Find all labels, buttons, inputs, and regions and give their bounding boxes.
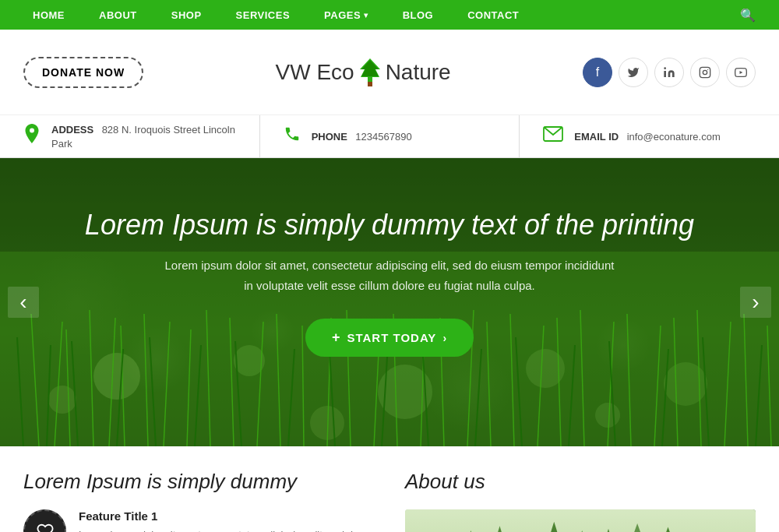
hero-next-button[interactable]: ›: [740, 287, 771, 318]
instagram-icon[interactable]: [690, 58, 720, 87]
start-today-button[interactable]: + START TODAY ›: [305, 319, 474, 357]
search-icon[interactable]: 🔍: [732, 8, 763, 23]
feature-icon: [23, 509, 66, 532]
nav-items: HOME ABOUT SHOP SERVICES PAGES ▾ BLOG CO…: [16, 0, 732, 30]
donate-button[interactable]: DONATE NOW: [23, 57, 143, 88]
facebook-icon[interactable]: f: [583, 58, 612, 87]
feature-1-text: Lorem ipsum dolor sit amet, consectetur …: [79, 527, 374, 532]
main-nav: HOME ABOUT SHOP SERVICES PAGES ▾ BLOG CO…: [0, 0, 779, 30]
nav-item-home[interactable]: HOME: [16, 0, 82, 30]
about-title: About us: [405, 470, 756, 494]
youtube-icon[interactable]: [726, 58, 756, 87]
svg-point-14: [664, 362, 707, 406]
phone-info: PHONE 1234567890: [260, 115, 520, 157]
nav-item-blog[interactable]: BLOG: [386, 0, 451, 30]
hero-subtitle: Lorem ipsum dolor sit amet, consectetur …: [0, 255, 779, 295]
features-section: Lorem Ipsum is simply dummy Feature Titl…: [23, 470, 374, 532]
nav-item-shop[interactable]: SHOP: [154, 0, 219, 30]
nav-item-pages[interactable]: PAGES ▾: [307, 0, 386, 30]
svg-point-6: [707, 69, 708, 69]
svg-marker-2: [361, 60, 379, 76]
arrow-icon: ›: [442, 332, 447, 344]
hero-content: Lorem Ipsum is simply dummy text of the …: [0, 158, 779, 357]
nav-item-services[interactable]: SERVICES: [219, 0, 308, 30]
tree-icon: [358, 57, 382, 88]
feature-item-1: Feature Title 1 Lorem ipsum dolor sit am…: [23, 509, 374, 532]
site-header: DONATE NOW VW Eco Nature f: [0, 30, 779, 115]
about-section: About us: [405, 470, 756, 532]
chevron-down-icon: ▾: [364, 11, 368, 19]
svg-point-3: [664, 67, 666, 69]
email-icon: [543, 126, 563, 146]
info-bar: ADDESS 828 N. Iroquois Street Lincoln Pa…: [0, 115, 779, 158]
email-info: EMAIL ID info@econature.com: [520, 115, 779, 157]
phone-icon: [284, 125, 301, 147]
lower-section: Lorem Ipsum is simply dummy Feature Titl…: [0, 446, 779, 532]
feature-1-title: Feature Title 1: [79, 509, 374, 523]
hero-title: Lorem Ipsum is simply dummy text of the …: [0, 209, 779, 241]
about-image: [405, 509, 756, 532]
nav-item-about[interactable]: ABOUT: [82, 0, 154, 30]
linkedin-icon[interactable]: [654, 58, 684, 87]
features-title: Lorem Ipsum is simply dummy: [23, 470, 374, 494]
start-today-label: START TODAY: [347, 331, 436, 344]
nav-item-contact[interactable]: CONTACT: [450, 0, 536, 30]
hero-prev-button[interactable]: ‹: [8, 287, 39, 318]
plus-icon: +: [332, 329, 341, 346]
svg-point-10: [93, 353, 140, 400]
svg-marker-7: [740, 70, 743, 73]
location-icon: [23, 124, 41, 149]
hero-section: ‹ Lorem Ipsum is simply dummy text of th…: [0, 158, 779, 446]
svg-point-17: [595, 403, 620, 428]
social-links: f: [583, 58, 756, 87]
twitter-icon[interactable]: [619, 58, 648, 87]
site-logo: VW Eco Nature: [143, 57, 583, 88]
svg-point-5: [703, 70, 707, 74]
svg-rect-72: [405, 509, 756, 532]
svg-point-15: [48, 386, 76, 414]
svg-rect-4: [700, 67, 710, 77]
address-info: ADDESS 828 N. Iroquois Street Lincoln Pa…: [0, 115, 260, 157]
